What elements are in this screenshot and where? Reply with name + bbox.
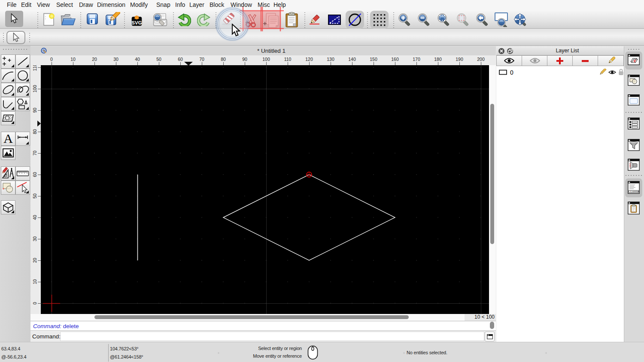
svg-text:30: 30 (113, 57, 118, 62)
svg-text:100: 100 (262, 57, 270, 62)
svg-text:50: 50 (156, 57, 161, 62)
svg-text:70: 70 (199, 57, 204, 62)
svg-text:110: 110 (32, 65, 37, 71)
svg-text:80: 80 (221, 57, 226, 62)
svg-text:90: 90 (242, 57, 247, 62)
svg-text:60: 60 (32, 172, 37, 177)
svg-text:SVG: SVG (131, 20, 142, 25)
svg-text:170: 170 (413, 57, 420, 62)
svg-text:C command: C command (630, 190, 640, 193)
svg-text:30: 30 (32, 236, 37, 241)
svg-text:140: 140 (348, 57, 356, 62)
svg-text:110: 110 (284, 57, 292, 62)
svg-text:0: 0 (50, 57, 53, 62)
svg-text:160: 160 (391, 57, 399, 62)
svg-text:40: 40 (32, 215, 37, 220)
svg-text:70: 70 (32, 151, 37, 156)
svg-text:20: 20 (32, 258, 37, 263)
svg-text:20: 20 (92, 57, 97, 62)
svg-text:10: 10 (32, 279, 37, 284)
svg-text:10: 10 (70, 57, 76, 62)
svg-text:0: 0 (510, 69, 513, 76)
svg-text:100: 100 (32, 85, 37, 93)
svg-text:150: 150 (370, 57, 377, 62)
svg-text:200: 200 (477, 57, 485, 62)
svg-text:60: 60 (178, 57, 183, 62)
svg-text:130: 130 (327, 57, 334, 62)
svg-text:190: 190 (456, 57, 463, 62)
svg-text:120: 120 (305, 57, 313, 62)
svg-text:50: 50 (32, 193, 37, 199)
svg-text:180: 180 (434, 57, 442, 62)
svg-text:0: 0 (32, 302, 37, 305)
svg-text:90: 90 (32, 108, 37, 113)
svg-text:80: 80 (32, 129, 37, 134)
svg-text:40: 40 (135, 57, 140, 62)
